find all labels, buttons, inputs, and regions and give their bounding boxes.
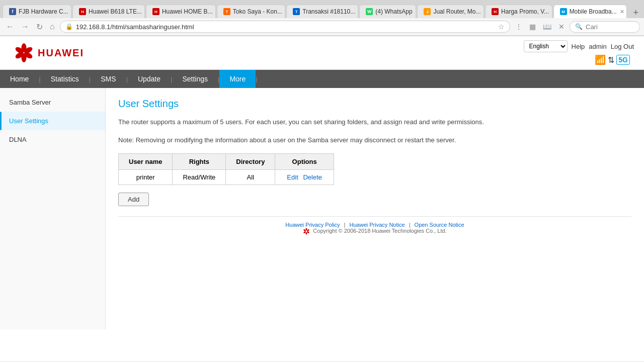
- tab-label-jual: Jual Router, Mo...: [433, 8, 480, 15]
- search-input[interactable]: [586, 23, 644, 31]
- tab-label-toko: Toko Saya - Kon...: [233, 8, 282, 15]
- new-tab-button[interactable]: +: [630, 8, 641, 18]
- edit-link[interactable]: Edit: [287, 173, 298, 181]
- language-select[interactable]: English Indonesia: [524, 40, 568, 52]
- description-2: Note: Removing or modifying the informat…: [118, 135, 631, 146]
- tab-label-wa: (4) WhatsApp: [375, 8, 412, 15]
- tab-label-transaksi: Transaksi #18110...: [302, 8, 355, 15]
- copyright-text: Copyright © 2006-2018 Huawei Technologie…: [313, 228, 446, 234]
- privacy-notice-link[interactable]: Huawei Privacy Notice: [350, 222, 405, 228]
- admin-label: admin: [589, 43, 606, 50]
- cell-rights: Read/Write: [173, 169, 226, 185]
- huawei-footer-logo: [303, 228, 310, 235]
- col-rights: Rights: [173, 153, 226, 169]
- sidebar: Samba Server User Settings DLNA: [0, 88, 106, 329]
- tab-favicon-wa: W: [366, 8, 373, 15]
- table-header-row: User name Rights Directory Options: [119, 153, 334, 169]
- col-options: Options: [275, 153, 334, 169]
- tab-favicon-fjb: f: [9, 8, 16, 15]
- footer-links: Huawei Privacy Policy | Huawei Privacy N…: [123, 222, 626, 228]
- tab-whatsapp[interactable]: W (4) WhatsApp: [359, 5, 416, 18]
- data-transfer-icon: ⇅: [608, 55, 614, 65]
- tab-favicon-toko: T: [223, 8, 230, 15]
- delete-link[interactable]: Delete: [303, 173, 322, 181]
- search-bar[interactable]: 🔍: [570, 21, 640, 33]
- tab-bar: f FJB Hardware C... H Huawei B618 LTE...…: [0, 0, 644, 18]
- cell-username: printer: [119, 169, 173, 185]
- huawei-logo: HUAWEI: [10, 43, 84, 63]
- nav-statistics[interactable]: Statistics: [41, 70, 89, 88]
- tab-jual[interactable]: J Jual Router, Mo...: [417, 5, 484, 18]
- tab-favicon-harga: H: [492, 8, 499, 15]
- forward-button[interactable]: →: [19, 21, 31, 32]
- close-browser-button[interactable]: ✕: [556, 22, 567, 32]
- tab-label-home: Huawei HOME B...: [162, 8, 213, 15]
- nav-bar: ← → ↻ ⌂ 🔒 ☆ ⋮ ▦ 📖 ✕ 🔍: [0, 18, 644, 36]
- tab-favicon-jual: J: [424, 8, 431, 15]
- address-security-icon: 🔒: [65, 23, 73, 30]
- tab-label-mobile: Mobile Broadba...: [570, 8, 617, 15]
- nav-update[interactable]: Update: [128, 70, 171, 88]
- search-icon: 🔍: [575, 23, 583, 30]
- reading-mode-button[interactable]: 📖: [541, 22, 553, 32]
- cell-directory: All: [226, 169, 275, 185]
- sidebar-item-dlna[interactable]: DLNA: [0, 130, 105, 149]
- logout-link[interactable]: Log Out: [611, 43, 634, 50]
- tab-huawei-home[interactable]: H Huawei HOME B...: [146, 5, 216, 18]
- huawei-logo-icon: [10, 43, 38, 63]
- svg-point-9: [306, 232, 307, 234]
- nav-actions: ⋮ ▦ 📖 ✕ 🔍: [513, 21, 640, 33]
- content-area: Samba Server User Settings DLNA User Set…: [0, 88, 644, 329]
- tab-favicon-transaksi: T: [293, 8, 300, 15]
- add-button[interactable]: Add: [118, 193, 149, 206]
- footer-copyright: Copyright © 2006-2018 Huawei Technologie…: [123, 228, 626, 235]
- main-content: User Settings The router supports a maxi…: [106, 88, 644, 329]
- col-directory: Directory: [226, 153, 275, 169]
- open-source-link[interactable]: Open Source Notice: [415, 222, 464, 228]
- nav-settings[interactable]: Settings: [172, 70, 218, 88]
- address-input[interactable]: [76, 23, 495, 31]
- page-title: User Settings: [118, 98, 631, 110]
- cell-options: Edit Delete: [275, 169, 334, 185]
- nav-more[interactable]: More: [219, 70, 256, 88]
- tab-harga[interactable]: H Harga Promo, V...: [485, 5, 552, 18]
- back-button[interactable]: ←: [4, 21, 16, 32]
- address-bar[interactable]: 🔒 ☆: [60, 21, 510, 33]
- tab-favicon-mobile: M: [560, 8, 567, 15]
- tab-favicon-home: H: [152, 8, 159, 15]
- nav-menu: Home | Statistics | SMS | Update | Setti…: [0, 70, 644, 88]
- tab-fjb[interactable]: f FJB Hardware C...: [3, 5, 71, 18]
- tab-toko[interactable]: T Toko Saya - Kon...: [217, 5, 285, 18]
- signal-icons: 📶 ⇅ 5G: [595, 54, 630, 65]
- bookmark-icon[interactable]: ☆: [498, 23, 505, 31]
- sidebar-item-user-settings[interactable]: User Settings: [0, 112, 105, 130]
- signal-strength-icon: 📶: [595, 54, 606, 65]
- sidebar-browser-button[interactable]: ▦: [527, 22, 538, 32]
- table-row: printer Read/Write All Edit Delete: [119, 169, 334, 185]
- tab-mobile[interactable]: M Mobile Broadba... ✕: [553, 5, 627, 18]
- tab-label-harga: Harga Promo, V...: [501, 8, 549, 15]
- nav-home[interactable]: Home: [0, 70, 39, 88]
- tab-label-b618: Huawei B618 LTE...: [89, 8, 142, 15]
- 5g-icon: 5G: [616, 55, 630, 65]
- tab-label-fjb: FJB Hardware C...: [19, 8, 68, 15]
- reload-button[interactable]: ↻: [34, 21, 45, 33]
- nav-sms[interactable]: SMS: [91, 70, 126, 88]
- tab-huawei-b618[interactable]: H Huawei B618 LTE...: [72, 5, 145, 18]
- tab-favicon-b618: H: [79, 8, 86, 15]
- help-link[interactable]: Help: [572, 43, 585, 50]
- top-bar: HUAWEI English Indonesia Help admin Log …: [0, 36, 644, 70]
- home-browser-button[interactable]: ⌂: [48, 21, 57, 32]
- tab-close-icon[interactable]: ✕: [620, 9, 624, 15]
- col-username: User name: [119, 153, 173, 169]
- nav-sep-6: |: [256, 71, 257, 87]
- privacy-policy-link[interactable]: Huawei Privacy Policy: [285, 222, 340, 228]
- huawei-wordmark: HUAWEI: [38, 47, 84, 59]
- page-wrapper: HUAWEI English Indonesia Help admin Log …: [0, 36, 644, 361]
- tab-transaksi[interactable]: T Transaksi #18110...: [286, 5, 358, 18]
- browser-chrome: f FJB Hardware C... H Huawei B618 LTE...…: [0, 0, 644, 36]
- footer: Huawei Privacy Policy | Huawei Privacy N…: [118, 216, 631, 240]
- sidebar-item-samba-server[interactable]: Samba Server: [0, 93, 105, 112]
- bookmarks-button[interactable]: ⋮: [513, 22, 524, 32]
- svg-point-6: [306, 228, 307, 230]
